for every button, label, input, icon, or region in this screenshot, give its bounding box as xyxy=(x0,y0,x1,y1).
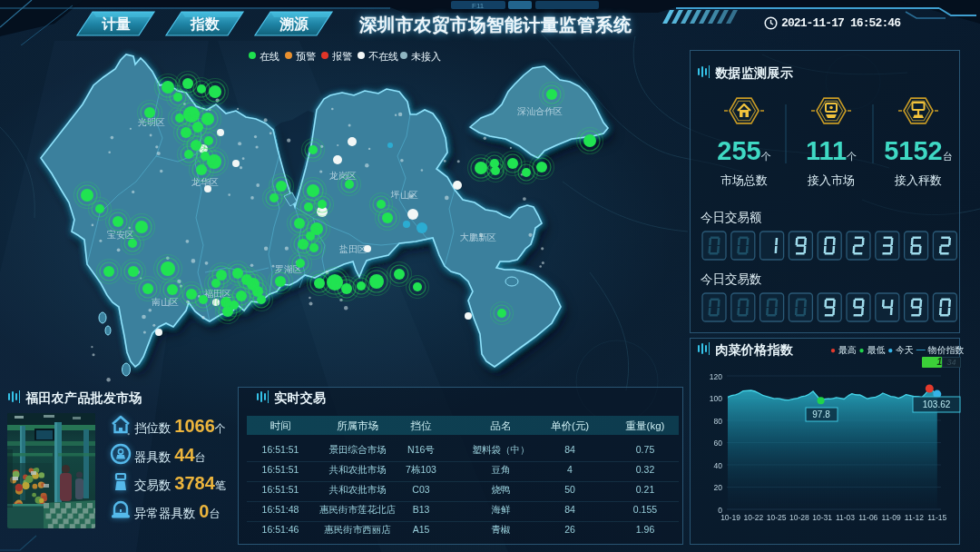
svg-text:103.62: 103.62 xyxy=(923,399,951,409)
svg-text:10-25: 10-25 xyxy=(767,513,787,522)
svg-text:大鹏新区: 大鹏新区 xyxy=(460,232,496,242)
svg-text:60: 60 xyxy=(714,439,723,448)
svg-text:计量: 计量 xyxy=(101,16,131,32)
svg-text:F11: F11 xyxy=(472,2,485,10)
svg-text:深汕合作区: 深汕合作区 xyxy=(517,106,563,116)
svg-text:10-19: 10-19 xyxy=(720,513,740,522)
svg-text:120: 120 xyxy=(710,372,722,381)
svg-text:10-28: 10-28 xyxy=(789,513,809,522)
svg-text:11-09: 11-09 xyxy=(882,513,901,522)
svg-text:11-12: 11-12 xyxy=(905,513,924,522)
svg-text:11-15: 11-15 xyxy=(927,513,946,522)
svg-text:20: 20 xyxy=(714,483,723,492)
svg-text:坪山区: 坪山区 xyxy=(390,190,418,200)
svg-text:盐田区: 盐田区 xyxy=(339,244,367,254)
svg-text:11-06: 11-06 xyxy=(858,513,877,522)
svg-text:10-31: 10-31 xyxy=(812,513,832,522)
svg-text:11-03: 11-03 xyxy=(836,513,855,522)
svg-text:40: 40 xyxy=(714,461,723,470)
svg-text:80: 80 xyxy=(714,417,723,426)
svg-text:10-22: 10-22 xyxy=(743,513,763,522)
svg-text:100: 100 xyxy=(710,394,722,403)
svg-text:指数: 指数 xyxy=(190,16,220,32)
svg-text:97.8: 97.8 xyxy=(812,409,830,419)
svg-text:溯源: 溯源 xyxy=(279,16,309,32)
